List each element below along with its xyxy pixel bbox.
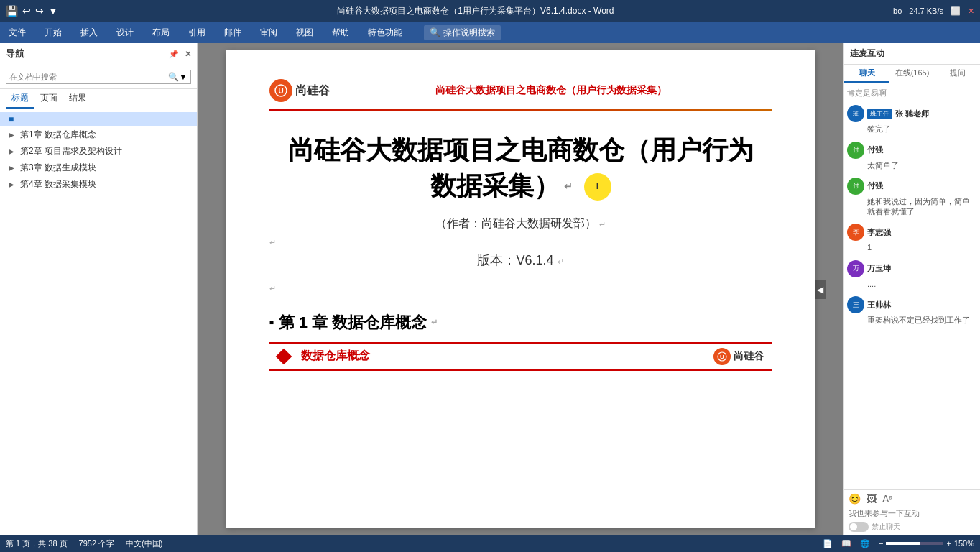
cursor-indicator: I — [584, 173, 611, 201]
chat-avatar-5: 万 — [847, 260, 864, 277]
chat-name-6: 王帅林 — [867, 300, 891, 310]
close-icon[interactable]: ✕ — [968, 6, 974, 16]
search-input-wrap[interactable]: 🔍 ▼ — [6, 70, 191, 84]
zoom-in-icon[interactable]: + — [946, 539, 951, 548]
chat-messages: 肯定是易啊 班 班主任 张 驰老师 签完了 付 付强 太简单了 — [844, 83, 980, 489]
chat-tab-question[interactable]: 提问 — [935, 65, 980, 83]
return-symbol-2: ↵ — [599, 220, 606, 229]
search-box[interactable]: 🔍 操作说明搜索 — [424, 25, 501, 40]
search-submit-icon[interactable]: 🔍 — [168, 72, 179, 82]
chat-tab-online[interactable]: 在线(165) — [889, 65, 935, 83]
chat-msg-header-4: 李 李志强 — [847, 224, 977, 241]
menu-insert[interactable]: 插入 — [78, 25, 101, 40]
expand-icon-ch4: ▶ — [9, 180, 17, 188]
logo-icon: U — [269, 79, 292, 102]
nav-tabs: 标题 页面 结果 — [0, 89, 197, 109]
menu-layout[interactable]: 布局 — [149, 25, 172, 40]
menu-special[interactable]: 特色功能 — [365, 25, 405, 40]
status-left: 第 1 页，共 38 页 7952 个字 中文(中国) — [6, 538, 162, 549]
nav-close-icon[interactable]: ✕ — [185, 50, 191, 59]
zoom-bar[interactable] — [886, 542, 943, 545]
title-bar-right: bo 24.7 KB/s ⬜ ✕ — [893, 6, 974, 16]
doc-layout-icon[interactable]: 📄 — [823, 539, 833, 548]
chat-input-field[interactable] — [849, 507, 976, 519]
tab-headings[interactable]: 标题 — [6, 89, 34, 109]
emoji-icon[interactable]: 😊 — [849, 493, 861, 505]
chat-avatar-6: 王 — [847, 296, 864, 313]
svg-text:U: U — [720, 354, 724, 360]
nav-item-ch2[interactable]: ▶ 第2章 项目需求及架构设计 — [0, 143, 197, 160]
undo-icon[interactable]: ↩ — [22, 5, 31, 17]
web-view-icon[interactable]: 🌐 — [860, 539, 870, 548]
window-title: 尚硅谷大数据项目之电商数仓（1用户行为采集平台）V6.1.4.docx - Wo… — [58, 5, 893, 17]
chat-input-area: 😊 🖼 Aᵃ 禁止聊天 — [844, 489, 980, 535]
header-divider — [269, 109, 772, 111]
search-dropdown-icon[interactable]: ▼ — [179, 72, 188, 82]
font-icon[interactable]: Aᵃ — [882, 493, 892, 505]
chat-text-4: 1 — [867, 242, 977, 252]
chat-name-2: 付强 — [867, 144, 883, 155]
menu-help[interactable]: 帮助 — [329, 25, 352, 40]
return-symbol-3: ↵ — [269, 238, 276, 247]
menu-review[interactable]: 审阅 — [257, 25, 280, 40]
nav-panel: 导航 📌 ✕ 🔍 ▼ 标题 页面 结果 ■ ▶ 第1章 数据仓库概念 — [0, 43, 198, 535]
nav-item-root[interactable]: ■ — [0, 112, 197, 126]
header-title: 尚硅谷大数据项目之电商数仓（用户行为数据采集） — [330, 84, 772, 97]
chat-msg-5: 万 万玉坤 .... — [847, 260, 977, 289]
section-logo-right: U 尚硅谷 — [713, 348, 764, 365]
chapter-heading: ▪ 第 1 章 数据仓库概念 ↵ — [269, 312, 772, 334]
chat-msg-6: 王 王帅林 重架构说不定已经找到工作了 — [847, 296, 977, 325]
chat-name-1: 张 驰老师 — [895, 109, 929, 119]
main-layout: 导航 📌 ✕ 🔍 ▼ 标题 页面 结果 ■ ▶ 第1章 数据仓库概念 — [0, 43, 980, 535]
chat-msg-2: 付 付强 太简单了 — [847, 142, 977, 170]
search-input[interactable] — [9, 73, 168, 81]
reading-view-icon[interactable]: 📖 — [841, 539, 851, 548]
doc-main-title: 尚硅谷大数据项目之电商数仓（用户行为 数据采集） ↵ I — [269, 132, 772, 205]
header-logo-text: 尚硅谷 — [295, 83, 330, 98]
nav-item-ch1[interactable]: ▶ 第1章 数据仓库概念 — [0, 126, 197, 143]
menu-home[interactable]: 开始 — [42, 25, 65, 40]
zoom-level: 150% — [954, 539, 974, 548]
menu-file[interactable]: 文件 — [6, 25, 29, 40]
chat-msg-header-1: 班 班主任 张 驰老师 — [847, 105, 977, 122]
menu-mailings[interactable]: 邮件 — [221, 25, 244, 40]
tab-pages[interactable]: 页面 — [34, 89, 63, 109]
chat-name-4: 李志强 — [867, 227, 891, 238]
chat-msg-header-6: 王 王帅林 — [847, 296, 977, 313]
chat-msg-3: 付 付强 她和我说过，因为简单，简单就看看就懂了 — [847, 178, 977, 217]
expand-icon-ch2: ▶ — [9, 147, 17, 155]
redo-icon[interactable]: ↪ — [35, 5, 44, 17]
title-bar: 💾 ↩ ↪ ▼ 尚硅谷大数据项目之电商数仓（1用户行为采集平台）V6.1.4.d… — [0, 0, 980, 22]
nav-item-ch3[interactable]: ▶ 第3章 数据生成模块 — [0, 160, 197, 176]
chat-avatar-1: 班 — [847, 105, 864, 122]
doc-area[interactable]: U 尚硅谷 尚硅谷大数据项目之电商数仓（用户行为数据采集） 尚硅谷大数据项目之电… — [198, 43, 843, 535]
image-icon[interactable]: 🖼 — [866, 493, 877, 505]
disable-chat-toggle[interactable] — [849, 522, 869, 532]
chat-disable: 禁止聊天 — [849, 522, 976, 532]
save-icon[interactable]: 💾 — [6, 5, 18, 17]
more-icon[interactable]: ▼ — [48, 5, 58, 17]
chat-avatar-2: 付 — [847, 142, 864, 159]
menu-references[interactable]: 引用 — [185, 25, 208, 40]
doc-right-arrow[interactable]: ◀ — [815, 280, 826, 299]
user-name: bo — [893, 6, 902, 15]
chat-tab-chat[interactable]: 聊天 — [844, 65, 889, 83]
doc-author: （作者：尚硅谷大数据研发部） ↵ — [269, 216, 772, 231]
chat-text-5: .... — [867, 279, 977, 289]
tab-results[interactable]: 结果 — [63, 89, 92, 109]
maximize-icon[interactable]: ⬜ — [951, 6, 961, 16]
nav-item-ch4[interactable]: ▶ 第4章 数据采集模块 — [0, 176, 197, 193]
chapter-bullet: ▪ — [269, 314, 274, 331]
zoom-out-icon[interactable]: − — [879, 539, 883, 548]
word-count: 7952 个字 — [79, 538, 115, 549]
menu-view[interactable]: 视图 — [293, 25, 316, 40]
nav-label-ch1: 第1章 数据仓库概念 — [20, 129, 96, 141]
nav-pin-icon[interactable]: 📌 — [169, 50, 179, 59]
doc-version: 版本：V6.1.4 ↵ — [269, 252, 772, 269]
return-symbol-6: ↵ — [431, 318, 438, 327]
menu-design[interactable]: 设计 — [114, 25, 137, 40]
return-symbol-1: ↵ — [564, 180, 573, 194]
chat-msg-header-5: 万 万玉坤 — [847, 260, 977, 277]
disable-chat-label: 禁止聊天 — [872, 522, 900, 532]
chat-msg-0: 肯定是易啊 — [847, 88, 977, 98]
